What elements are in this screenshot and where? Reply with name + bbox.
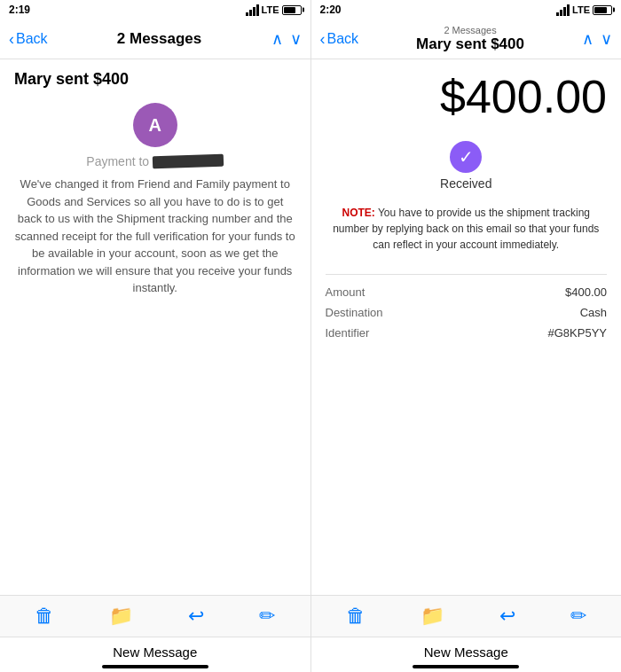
status-bars: 2:19 LTE 2:20 LTE xyxy=(0,0,621,20)
new-message-indicator-left xyxy=(102,665,208,668)
divider xyxy=(326,274,608,275)
details-row-identifier: Identifier #G8KP5YY xyxy=(326,323,608,343)
back-label-left: Back xyxy=(16,31,48,47)
lte-label-right: LTE xyxy=(572,4,590,15)
folder-icon-right[interactable]: 📁 xyxy=(421,605,444,628)
battery-icon-right xyxy=(593,5,612,15)
trash-icon-left[interactable]: 🗑 xyxy=(35,605,54,628)
left-panel: Mary sent $400 A Payment to We've change… xyxy=(0,59,311,595)
details-value-destination: Cash xyxy=(580,306,607,319)
nav-subtitle-right: 2 Messages xyxy=(444,25,496,35)
nav-arrows-left[interactable]: ∧ ∨ xyxy=(271,29,302,49)
bottom-toolbar-left: 🗑 📁 ↩ ✏ xyxy=(0,596,311,637)
details-value-identifier: #G8KP5YY xyxy=(548,326,608,340)
redacted-name xyxy=(153,154,224,169)
nav-bar-right: ‹ Back 2 Messages Mary sent $400 ∧ ∨ xyxy=(311,20,622,59)
new-message-bar-right[interactable]: New Message xyxy=(311,637,622,672)
payment-to-label: Payment to xyxy=(86,154,149,168)
main-content: Mary sent $400 A Payment to We've change… xyxy=(0,59,621,595)
new-message-indicator-right xyxy=(413,665,519,668)
trash-icon-right[interactable]: 🗑 xyxy=(346,605,366,628)
payment-to: Payment to xyxy=(14,154,296,168)
avatar: A xyxy=(133,103,177,147)
bottom-toolbars: 🗑 📁 ↩ ✏ 🗑 📁 ↩ ✏ xyxy=(0,595,621,637)
nav-title-left: 2 Messages xyxy=(117,30,201,48)
reply-icon-right[interactable]: ↩ xyxy=(499,605,515,628)
new-message-label-right: New Message xyxy=(424,645,508,660)
reply-icon-left[interactable]: ↩ xyxy=(188,605,204,628)
nav-up-left[interactable]: ∧ xyxy=(271,29,283,49)
time-left: 2:19 xyxy=(9,4,30,16)
email-body-left: We've changed it from Friend and Family … xyxy=(14,176,296,297)
amount-large: $400.00 xyxy=(326,70,608,123)
time-right: 2:20 xyxy=(320,4,342,16)
received-container: ✓ Received xyxy=(326,141,608,191)
details-value-amount: $400.00 xyxy=(565,285,607,299)
check-circle-icon: ✓ xyxy=(450,141,482,173)
chevron-left-icon: ‹ xyxy=(9,30,14,49)
signal-icon-left xyxy=(246,4,259,16)
nav-title-group-left: 2 Messages xyxy=(48,30,271,48)
nav-arrows-right[interactable]: ∧ ∨ xyxy=(582,29,612,49)
right-panel: $400.00 ✓ Received NOTE: You have to pro… xyxy=(311,59,622,595)
signal-right: LTE xyxy=(246,4,302,16)
details-row-destination: Destination Cash xyxy=(326,302,608,323)
nav-bar-left: ‹ Back 2 Messages ∧ ∨ xyxy=(0,20,311,59)
compose-icon-right[interactable]: ✏ xyxy=(570,605,586,628)
details-label-identifier: Identifier xyxy=(326,326,370,340)
lte-label-left: LTE xyxy=(262,4,279,15)
new-message-label-left: New Message xyxy=(113,645,197,660)
new-message-bars: New Message New Message xyxy=(0,637,621,672)
received-label: Received xyxy=(440,176,491,191)
nav-up-right[interactable]: ∧ xyxy=(582,29,593,49)
compose-icon-left[interactable]: ✏ xyxy=(259,605,275,628)
details-table: Amount $400.00 Destination Cash Identifi… xyxy=(326,282,608,343)
signal-icon-right xyxy=(556,4,570,16)
avatar-letter: A xyxy=(149,115,161,136)
details-label-amount: Amount xyxy=(326,285,366,299)
back-label-right: Back xyxy=(327,31,359,47)
nav-down-right[interactable]: ∨ xyxy=(601,29,612,49)
note-prefix: NOTE: xyxy=(342,207,375,219)
avatar-container: A xyxy=(14,103,296,147)
nav-bars: ‹ Back 2 Messages ∧ ∨ ‹ Back 2 Messages … xyxy=(0,20,621,59)
note-box: NOTE: You have to provide us the shipmen… xyxy=(326,205,608,253)
nav-title-group-right: 2 Messages Mary sent $400 xyxy=(358,25,582,53)
back-button-left[interactable]: ‹ Back xyxy=(9,30,48,49)
status-bar-right: 2:20 LTE xyxy=(311,0,622,20)
details-row-amount: Amount $400.00 xyxy=(326,282,608,302)
nav-down-left[interactable]: ∨ xyxy=(290,29,302,49)
battery-icon-left xyxy=(282,5,302,15)
status-bar-left: 2:19 LTE xyxy=(0,0,311,20)
new-message-bar-left[interactable]: New Message xyxy=(0,637,311,672)
signal-right-2: LTE xyxy=(556,4,612,16)
back-button-right[interactable]: ‹ Back xyxy=(320,30,359,49)
nav-title-right: Mary sent $400 xyxy=(416,35,524,53)
chevron-right-icon: ‹ xyxy=(320,30,326,49)
email-subject-left: Mary sent $400 xyxy=(14,70,296,89)
bottom-toolbar-right: 🗑 📁 ↩ ✏ xyxy=(311,596,622,637)
details-label-destination: Destination xyxy=(326,306,383,319)
folder-icon-left[interactable]: 📁 xyxy=(109,605,133,628)
